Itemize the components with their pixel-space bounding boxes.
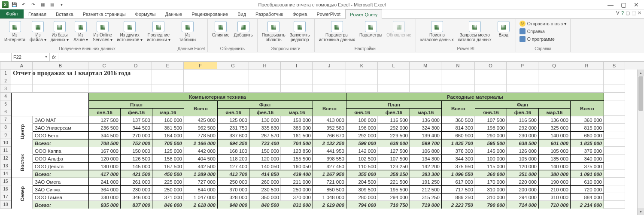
- column-header[interactable]: F: [184, 62, 217, 70]
- row-header[interactable]: 2: [0, 77, 11, 85]
- column-header[interactable]: D: [120, 62, 152, 70]
- cell[interactable]: [410, 85, 441, 93]
- cell[interactable]: [475, 85, 507, 93]
- qat-customize-icon[interactable]: ▾: [58, 1, 65, 9]
- cell[interactable]: [538, 85, 570, 93]
- cell[interactable]: [604, 85, 625, 93]
- cell[interactable]: [507, 70, 538, 77]
- ribbon-close-icon[interactable]: ✕: [638, 10, 641, 16]
- column-header[interactable]: K: [346, 62, 378, 70]
- cell[interactable]: [281, 70, 313, 77]
- cell[interactable]: [507, 77, 538, 85]
- cell[interactable]: [184, 85, 217, 93]
- row-header[interactable]: 14: [0, 170, 11, 178]
- ribbon-button[interactable]: ▦Поиск вкаталоге данных: [419, 20, 456, 43]
- cell[interactable]: [410, 70, 441, 77]
- row-header[interactable]: 5: [0, 100, 11, 108]
- cell[interactable]: [507, 85, 538, 93]
- ribbon-button[interactable]: ▦Слияние: [210, 20, 231, 39]
- cell[interactable]: [475, 77, 507, 85]
- cell[interactable]: [346, 85, 378, 93]
- ribbon-button[interactable]: ▦Изфайла ▾: [28, 20, 48, 43]
- name-box[interactable]: F22 ▼: [11, 53, 50, 61]
- cell[interactable]: [184, 70, 217, 77]
- cell[interactable]: [217, 77, 249, 85]
- cell[interactable]: [378, 70, 410, 77]
- row-header[interactable]: 7: [0, 116, 11, 124]
- cell[interactable]: [120, 85, 152, 93]
- ribbon-button[interactable]: ▦Запросы моегокаталога данных: [456, 20, 493, 43]
- ribbon-button[interactable]: ▦Из другихисточников ▾: [115, 20, 144, 43]
- cell[interactable]: [11, 85, 33, 93]
- row-header[interactable]: 10: [0, 139, 11, 147]
- tab-вставка[interactable]: Вставка: [51, 9, 78, 18]
- cell[interactable]: [88, 77, 120, 85]
- column-header[interactable]: A: [11, 62, 33, 70]
- cell[interactable]: [604, 108, 625, 116]
- column-header[interactable]: P: [507, 62, 538, 70]
- ribbon-button[interactable]: ▦Параметры: [358, 20, 384, 39]
- cell[interactable]: [604, 178, 625, 185]
- save-icon[interactable]: 💾: [10, 1, 18, 9]
- column-header[interactable]: E: [152, 62, 184, 70]
- tab-power-query[interactable]: Power Query: [345, 9, 382, 19]
- column-header[interactable]: Q: [538, 62, 570, 70]
- cell[interactable]: [538, 70, 570, 77]
- ribbon-options-icon-2[interactable]: ⬚: [632, 10, 636, 16]
- row-header[interactable]: 17: [0, 193, 11, 201]
- tab-вид[interactable]: Вид: [233, 9, 251, 18]
- row-header[interactable]: 6: [0, 108, 11, 116]
- row-header[interactable]: 3: [0, 85, 11, 93]
- cell[interactable]: [604, 93, 625, 100]
- column-header[interactable]: G: [217, 62, 249, 70]
- column-header[interactable]: I: [281, 62, 313, 70]
- ribbon-button[interactable]: ▦Изтаблицы: [178, 20, 198, 43]
- tab-рецензирование[interactable]: Рецензирование: [187, 9, 233, 18]
- ribbon-button[interactable]: ▦Вход: [494, 20, 513, 39]
- ribbon-button[interactable]: ▦Параметрыисточника данных: [317, 20, 357, 43]
- help-icon[interactable]: ?: [621, 10, 624, 16]
- row-header[interactable]: 4: [0, 93, 11, 100]
- tab-разметка-страницы[interactable]: Разметка страницы: [78, 9, 131, 18]
- column-header[interactable]: H: [249, 62, 281, 70]
- row-header[interactable]: 18: [0, 201, 11, 209]
- cell[interactable]: [313, 85, 346, 93]
- cell[interactable]: [120, 70, 152, 77]
- scroll-down-icon[interactable]: ▼: [638, 208, 644, 215]
- cell[interactable]: [152, 70, 184, 77]
- select-all-corner[interactable]: [0, 62, 11, 70]
- ribbon-button[interactable]: ▦Показыватьобласть: [260, 20, 287, 43]
- cell[interactable]: [378, 85, 410, 93]
- cell[interactable]: [604, 131, 625, 139]
- redo-icon[interactable]: ↷: [29, 1, 37, 9]
- maximize-button[interactable]: ▢: [617, 1, 629, 8]
- scroll-up-icon[interactable]: ▲: [638, 70, 644, 76]
- column-header[interactable]: C: [88, 62, 120, 70]
- tab-формулы[interactable]: Формулы: [131, 9, 161, 18]
- minimize-button[interactable]: —: [605, 1, 617, 8]
- cell[interactable]: [441, 70, 475, 77]
- row-header[interactable]: 16: [0, 185, 11, 193]
- cell[interactable]: [249, 70, 281, 77]
- cell[interactable]: [217, 70, 249, 77]
- ribbon-button[interactable]: ▦Из базыданных ▾: [49, 20, 70, 43]
- close-button[interactable]: ✕: [630, 1, 642, 8]
- cell[interactable]: [313, 70, 346, 77]
- chevron-down-icon[interactable]: ▼: [45, 55, 48, 58]
- cell[interactable]: Отчет о продажах за I квартал 2016 года: [11, 70, 33, 77]
- cell[interactable]: [184, 77, 217, 85]
- cell[interactable]: [604, 139, 625, 147]
- cell[interactable]: [475, 70, 507, 77]
- column-header[interactable]: N: [441, 62, 475, 70]
- cell[interactable]: [570, 70, 604, 77]
- cell[interactable]: [604, 70, 625, 77]
- cell[interactable]: [570, 85, 604, 93]
- undo-icon[interactable]: ↶: [20, 1, 27, 9]
- cell[interactable]: [604, 162, 625, 170]
- ribbon-item[interactable]: Справка: [519, 28, 568, 35]
- row-header[interactable]: 9: [0, 131, 11, 139]
- cell[interactable]: [378, 77, 410, 85]
- formula-input[interactable]: [58, 53, 644, 61]
- ribbon-item[interactable]: ☺Отправить отзыв ▾: [519, 20, 568, 27]
- ribbon-minimize-icon[interactable]: ᐯ: [616, 10, 620, 16]
